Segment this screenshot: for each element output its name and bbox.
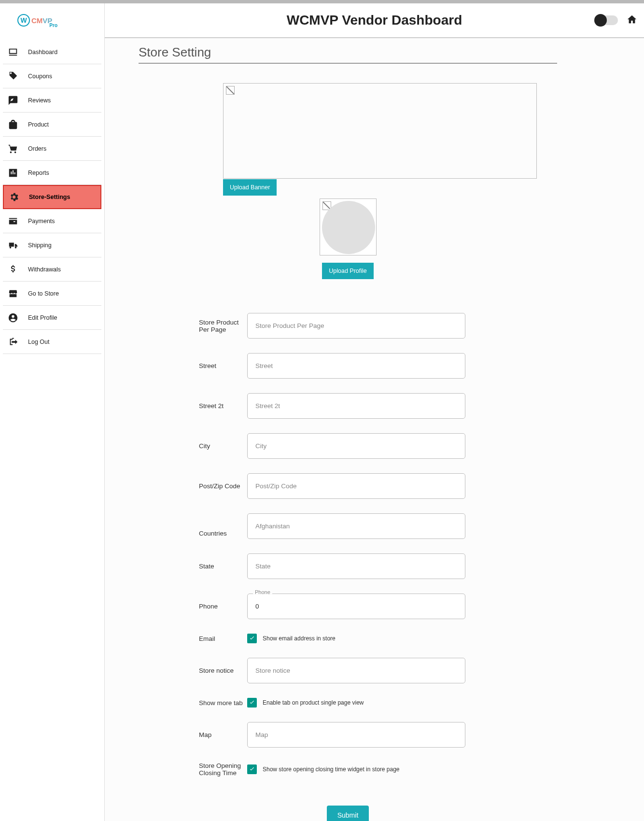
sidebar-item-label: Payments xyxy=(28,218,55,225)
sidebar-item-shipping[interactable]: Shipping xyxy=(3,233,101,257)
show-more-tab-checkbox-label: Enable tab on product single page view xyxy=(263,699,364,706)
logo: W CMVPPro xyxy=(0,3,104,37)
bag-icon xyxy=(7,119,28,130)
sidebar-item-label: Store-Settings xyxy=(29,194,70,200)
city-input[interactable] xyxy=(247,433,465,459)
banner-preview xyxy=(223,83,537,179)
sidebar-nav: Dashboard Coupons Reviews Product Orders… xyxy=(0,37,104,357)
email-checkbox-label: Show email address in store xyxy=(263,635,336,642)
sidebar-item-orders[interactable]: Orders xyxy=(3,137,101,161)
label-email: Email xyxy=(139,635,247,642)
sidebar-item-label: Log Out xyxy=(28,339,49,345)
label-city: City xyxy=(139,442,247,450)
home-icon[interactable] xyxy=(627,14,637,27)
label-street2: Street 2t xyxy=(139,402,247,410)
sidebar-item-go-to-store[interactable]: Go to Store xyxy=(3,282,101,306)
sidebar-item-label: Edit Profile xyxy=(28,314,57,321)
zip-input[interactable] xyxy=(247,473,465,499)
sidebar-item-label: Orders xyxy=(28,145,46,152)
sidebar-item-label: Withdrawals xyxy=(28,266,61,273)
truck-icon xyxy=(7,240,28,251)
label-phone: Phone xyxy=(139,603,247,610)
sidebar-item-withdrawals[interactable]: Withdrawals xyxy=(3,257,101,282)
products-per-page-input[interactable] xyxy=(247,313,465,339)
cart-icon xyxy=(7,143,28,154)
sidebar-item-store-settings[interactable]: Store-Settings xyxy=(3,185,101,209)
sidebar-item-label: Dashboard xyxy=(28,49,57,56)
label-map: Map xyxy=(139,731,247,738)
wallet-icon xyxy=(7,216,28,226)
toggle-knob xyxy=(594,14,607,27)
monitor-icon xyxy=(7,47,28,57)
profile-circle xyxy=(322,201,375,254)
label-zip: Post/Zip Code xyxy=(139,482,247,490)
tag-icon xyxy=(7,71,28,82)
gear-icon xyxy=(8,192,29,202)
window-top-bar xyxy=(0,0,644,3)
sidebar-item-label: Reports xyxy=(28,170,49,176)
map-input[interactable] xyxy=(247,722,465,748)
countries-select[interactable] xyxy=(247,513,465,539)
label-opening-closing: Store Opening Closing Time xyxy=(139,762,247,777)
street-input[interactable] xyxy=(247,353,465,379)
review-icon xyxy=(7,95,28,106)
theme-toggle[interactable] xyxy=(596,15,618,25)
page-header-title: WCMVP Vendor Dashboard xyxy=(287,13,462,28)
sidebar-item-edit-profile[interactable]: Edit Profile xyxy=(3,306,101,330)
chart-icon xyxy=(7,168,28,178)
broken-image-icon xyxy=(226,86,235,95)
sidebar-item-reviews[interactable]: Reviews xyxy=(3,88,101,113)
label-state: State xyxy=(139,563,247,570)
label-store-notice: Store notice xyxy=(139,667,247,674)
page-title: Store Setting xyxy=(139,45,557,64)
header: WCMVP Vendor Dashboard xyxy=(105,3,644,38)
submit-button[interactable]: Submit xyxy=(327,806,369,821)
label-products-per-page: Store Product Per Page xyxy=(139,319,247,333)
dollar-icon xyxy=(7,264,28,275)
sidebar-item-payments[interactable]: Payments xyxy=(3,209,101,233)
label-street: Street xyxy=(139,362,247,369)
opening-closing-checkbox-label: Show store opening closing time widget i… xyxy=(263,766,400,773)
upload-banner-button[interactable]: Upload Banner xyxy=(223,179,277,196)
sidebar-item-label: Go to Store xyxy=(28,290,59,297)
street2-input[interactable] xyxy=(247,393,465,419)
sidebar-item-product[interactable]: Product xyxy=(3,113,101,137)
store-icon xyxy=(7,288,28,299)
main: WCMVP Vendor Dashboard Store Setting Upl… xyxy=(105,3,644,821)
sidebar-item-logout[interactable]: Log Out xyxy=(3,330,101,354)
opening-closing-checkbox[interactable] xyxy=(247,764,257,774)
label-show-more-tab: Show more tab xyxy=(139,699,247,707)
phone-input[interactable] xyxy=(247,594,465,619)
sidebar-item-label: Product xyxy=(28,121,49,128)
email-checkbox[interactable] xyxy=(247,634,257,643)
upload-profile-button[interactable]: Upload Profile xyxy=(322,263,374,279)
logo-mark: W xyxy=(17,14,30,27)
logo-text: CMVPPro xyxy=(31,16,60,25)
phone-legend: Phone xyxy=(253,589,272,595)
sidebar: W CMVPPro Dashboard Coupons Reviews P xyxy=(0,3,105,821)
store-notice-input[interactable] xyxy=(247,658,465,683)
sidebar-item-label: Coupons xyxy=(28,73,52,80)
user-icon xyxy=(7,312,28,323)
state-input[interactable] xyxy=(247,553,465,579)
sidebar-item-coupons[interactable]: Coupons xyxy=(3,64,101,88)
show-more-tab-checkbox[interactable] xyxy=(247,698,257,708)
label-countries: Countries xyxy=(139,513,247,537)
sidebar-item-label: Reviews xyxy=(28,97,51,104)
logout-icon xyxy=(7,337,28,347)
sidebar-item-dashboard[interactable]: Dashboard xyxy=(3,40,101,64)
sidebar-item-reports[interactable]: Reports xyxy=(3,161,101,185)
sidebar-item-label: Shipping xyxy=(28,242,52,249)
profile-preview xyxy=(320,198,377,255)
